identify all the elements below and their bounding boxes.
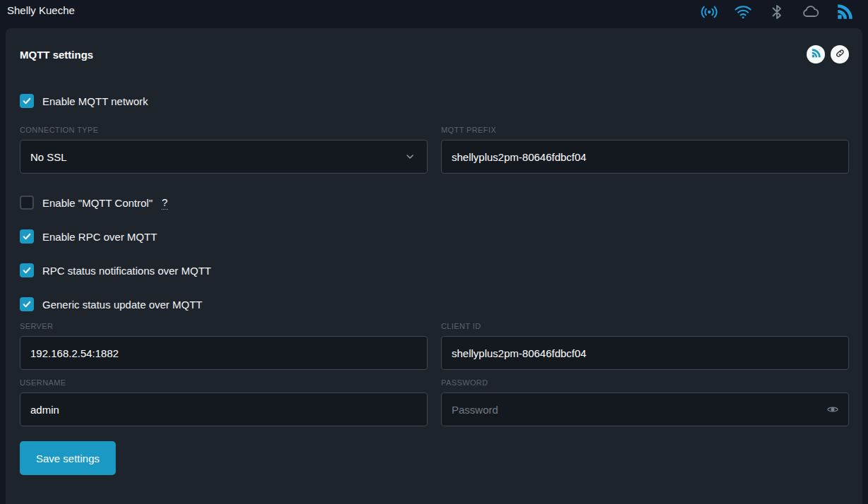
checkbox-box (20, 297, 34, 311)
checkbox-label: Enable MQTT network (42, 95, 148, 107)
field-username: USERNAME (20, 378, 428, 426)
mqtt-icon (836, 3, 854, 21)
server-row: SERVER CLIENT ID (20, 322, 849, 370)
checkbox-rpc-notifications[interactable]: RPC status notifications over MQTT (20, 263, 211, 277)
eye-icon (826, 403, 839, 416)
checkbox-label: RPC status notifications over MQTT (42, 265, 211, 277)
save-settings-button[interactable]: Save settings (20, 441, 116, 475)
check-icon (22, 299, 32, 309)
check-icon (22, 265, 32, 275)
mqtt-status-button[interactable] (807, 45, 825, 64)
field-mqtt-prefix: MQTT PREFIX (441, 126, 849, 174)
cloud-icon (802, 3, 820, 21)
server-input[interactable] (20, 336, 428, 370)
username-label: USERNAME (20, 378, 428, 387)
connection-row: CONNECTION TYPE No SSL MQTT PREFIX (20, 126, 849, 174)
mqtt-control-help-link[interactable]: ? (162, 196, 167, 210)
checkbox-label: Enable "MQTT Control" (42, 197, 152, 209)
field-client-id: CLIENT ID (441, 322, 849, 370)
wifi-icon (734, 3, 752, 21)
access-point-icon (700, 3, 718, 21)
checkbox-box (20, 196, 34, 210)
field-server: SERVER (20, 322, 428, 370)
checkbox-label: Generic status update over MQTT (42, 299, 203, 311)
field-connection-type: CONNECTION TYPE No SSL (20, 126, 428, 174)
link-button[interactable] (831, 45, 849, 64)
checkbox-box (20, 94, 34, 108)
password-label: PASSWORD (441, 378, 849, 387)
checkbox-label: Enable RPC over MQTT (42, 231, 157, 243)
client-id-input[interactable] (441, 336, 849, 370)
field-password: PASSWORD (441, 378, 849, 426)
client-id-label: CLIENT ID (441, 322, 849, 330)
link-icon (835, 48, 845, 61)
page-title: MQTT settings (20, 49, 93, 61)
checkbox-enable-mqtt-network[interactable]: Enable MQTT network (20, 94, 148, 108)
topbar: Shelly Kueche (0, 0, 868, 28)
check-icon (22, 96, 32, 106)
checkbox-generic-status[interactable]: Generic status update over MQTT (20, 297, 203, 311)
status-icons (700, 3, 854, 21)
connection-type-select[interactable]: No SSL (20, 140, 428, 174)
mqtt-prefix-label: MQTT PREFIX (441, 126, 849, 134)
checkbox-box (20, 229, 34, 244)
mqtt-icon (811, 48, 821, 61)
username-input[interactable] (20, 392, 428, 426)
password-input[interactable] (441, 392, 849, 426)
panel-header: MQTT settings (20, 45, 849, 64)
checkbox-enable-mqtt-control[interactable]: Enable "MQTT Control" ? (20, 196, 168, 210)
toggle-password-visibility-button[interactable] (825, 402, 840, 417)
bluetooth-icon (768, 3, 786, 21)
checkbox-box (20, 263, 34, 277)
device-name: Shelly Kueche (7, 3, 75, 16)
mqtt-prefix-input[interactable] (441, 140, 849, 174)
password-input-wrap (441, 392, 849, 426)
credentials-row: USERNAME PASSWORD (20, 378, 849, 426)
checkbox-enable-rpc[interactable]: Enable RPC over MQTT (20, 229, 157, 244)
mqtt-settings-panel: MQTT settings (6, 28, 862, 504)
panel-header-actions (807, 45, 849, 64)
check-icon (22, 232, 32, 241)
chevron-down-icon (404, 151, 416, 162)
connection-type-label: CONNECTION TYPE (20, 126, 428, 134)
server-label: SERVER (20, 322, 428, 330)
connection-type-value: No SSL (30, 151, 67, 163)
